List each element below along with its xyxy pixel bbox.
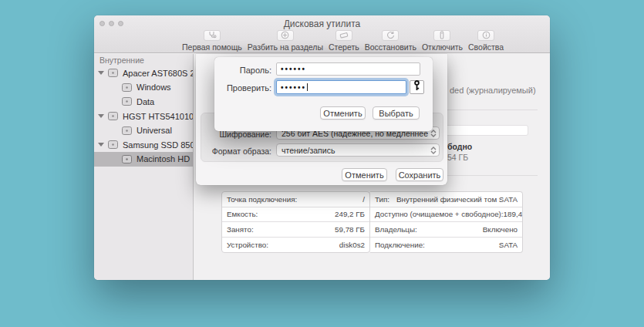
table-row: Точка подключения: /: [222, 192, 369, 207]
desktop-background: Дисковая утилита Первая помощь: [0, 0, 644, 327]
erase-toolbar-item[interactable]: Стереть: [329, 30, 359, 52]
row-value: 249,2 ГБ: [335, 210, 365, 218]
table-row: Доступно (очищаемое + свободное): 189,42…: [370, 207, 522, 223]
unmount-toolbar-item[interactable]: Отключить: [422, 30, 463, 52]
password-assistant-button[interactable]: [410, 80, 424, 94]
disk-icon: [108, 112, 118, 120]
row-label: Доступно (очищаемое + свободное):: [375, 210, 504, 218]
disclosure-triangle-icon[interactable]: [98, 143, 104, 147]
row-label: Подключение:: [375, 241, 425, 249]
popup-stepper-icon: [428, 147, 439, 154]
sidebar-item-samsung[interactable]: Samsung SSD 850...: [94, 138, 193, 153]
row-value: 189,42 ГБ: [504, 210, 523, 218]
first-aid-button[interactable]: [204, 30, 221, 41]
toolbar: Первая помощь Разбить на разделы: [182, 30, 504, 52]
row-label: Устройство:: [227, 241, 268, 249]
eject-icon: [439, 29, 445, 42]
table-row: Подключение: SATA: [370, 238, 522, 253]
row-value: /: [362, 195, 365, 204]
sidebar-item-label: Apacer AST680S 2...: [123, 69, 202, 78]
table-row: Занято: 59,78 ГБ: [222, 222, 369, 238]
toolbar-label: Свойства: [468, 42, 504, 52]
sidebar-item-hgst[interactable]: HGST HTS541010...: [94, 109, 193, 123]
volume-format-text: ded (журналируемый): [450, 86, 536, 95]
row-label: Владельцы:: [375, 225, 417, 234]
row-label: Емкость:: [227, 210, 258, 218]
toolbar-label: Восстановить: [365, 42, 416, 52]
sheet-save-button[interactable]: Сохранить: [396, 168, 443, 181]
row-value: disk0s2: [339, 241, 365, 249]
sidebar-item-label: Windows: [137, 83, 171, 92]
table-row: Емкость: 249,2 ГБ: [222, 207, 369, 223]
sidebar-item-universal[interactable]: Universal: [94, 123, 193, 138]
dialog-choose-button[interactable]: Выбрать: [373, 106, 420, 120]
volume-icon: [122, 155, 132, 164]
image-format-value: чтение/запись: [277, 146, 428, 155]
erase-button[interactable]: [335, 30, 352, 41]
row-value: SATA: [499, 241, 518, 249]
toolbar-label: Разбить на разделы: [248, 42, 323, 52]
verify-input[interactable]: ••••••: [276, 80, 406, 94]
sidebar: Внутренние Apacer AST680S 2... Windows D…: [94, 54, 193, 280]
disclosure-triangle-icon[interactable]: [98, 114, 104, 118]
sidebar-item-label: Universal: [137, 126, 172, 135]
volume-icon: [122, 97, 132, 106]
sidebar-section-internal: Внутренние: [99, 56, 144, 65]
legend-free-value: 54 ГБ: [447, 153, 468, 162]
table-row: Устройство: disk0s2: [222, 238, 369, 253]
sidebar-item-data[interactable]: Data: [94, 95, 193, 110]
row-value: Включено: [483, 225, 518, 234]
disclosure-triangle-icon[interactable]: [98, 71, 104, 75]
password-dots: ••••••: [281, 65, 306, 73]
verify-label: Проверить:: [214, 83, 271, 93]
row-value: 59,78 ГБ: [335, 225, 365, 234]
sheet-cancel-button[interactable]: Отменить: [342, 168, 387, 181]
sidebar-item-macintosh-hd[interactable]: Macintosh HD: [94, 152, 193, 167]
first-aid-icon: [207, 29, 217, 42]
restore-icon: [386, 29, 395, 42]
erase-icon: [339, 29, 349, 42]
restore-toolbar-item[interactable]: Восстановить: [365, 30, 416, 52]
partition-icon: [281, 29, 289, 42]
sidebar-item-label: Macintosh HD: [137, 154, 190, 164]
table-row: Владельцы: Включено: [370, 222, 522, 238]
sidebar-item-apacer[interactable]: Apacer AST680S 2...: [94, 66, 193, 81]
info-table-right: Тип: Внутренний физический том SATA Дост…: [370, 191, 523, 253]
text-caret: [307, 83, 308, 91]
window-chrome: Дисковая утилита Первая помощь: [94, 15, 550, 53]
password-dialog: Пароль: •••••• Проверить: •••••• Отменит…: [214, 57, 433, 131]
disk-icon: [108, 69, 118, 77]
key-icon: [413, 80, 421, 94]
sidebar-item-label: HGST HTS541010...: [123, 112, 201, 121]
info-table-left: Точка подключения: / Емкость: 249,2 ГБ З…: [221, 191, 370, 253]
image-format-popup[interactable]: чтение/запись: [276, 143, 440, 157]
password-label: Пароль:: [214, 66, 271, 75]
verify-dots: ••••••: [281, 83, 306, 92]
volume-icon: [122, 126, 132, 135]
row-label: Тип:: [375, 195, 389, 204]
legend-free-label: бодно: [447, 142, 472, 151]
disk-icon: [108, 140, 118, 149]
table-row: Тип: Внутренний физический том SATA: [370, 192, 522, 207]
sidebar-item-windows[interactable]: Windows: [94, 80, 193, 95]
info-toolbar-item[interactable]: Свойства: [468, 30, 504, 52]
toolbar-label: Первая помощь: [182, 42, 242, 52]
first-aid-toolbar-item[interactable]: Первая помощь: [182, 30, 242, 52]
window-title: Дисковая утилита: [94, 19, 550, 29]
info-button[interactable]: [477, 30, 494, 41]
sidebar-item-label: Data: [137, 97, 154, 106]
toolbar-label: Отключить: [422, 42, 463, 52]
row-value: Внутренний физический том SATA: [396, 195, 518, 204]
disk-utility-window: Дисковая утилита Первая помощь: [94, 15, 550, 280]
password-input[interactable]: ••••••: [276, 62, 420, 76]
restore-button[interactable]: [382, 30, 399, 41]
partition-button[interactable]: [277, 30, 294, 41]
volume-icon: [122, 83, 132, 92]
image-format-label: Формат образа:: [196, 147, 271, 156]
row-label: Занято:: [227, 225, 254, 234]
dialog-cancel-button[interactable]: Отменить: [320, 106, 366, 120]
eject-button[interactable]: [433, 30, 450, 41]
sidebar-item-label: Samsung SSD 850...: [123, 140, 202, 150]
partition-toolbar-item[interactable]: Разбить на разделы: [248, 30, 323, 52]
toolbar-label: Стереть: [329, 42, 359, 52]
